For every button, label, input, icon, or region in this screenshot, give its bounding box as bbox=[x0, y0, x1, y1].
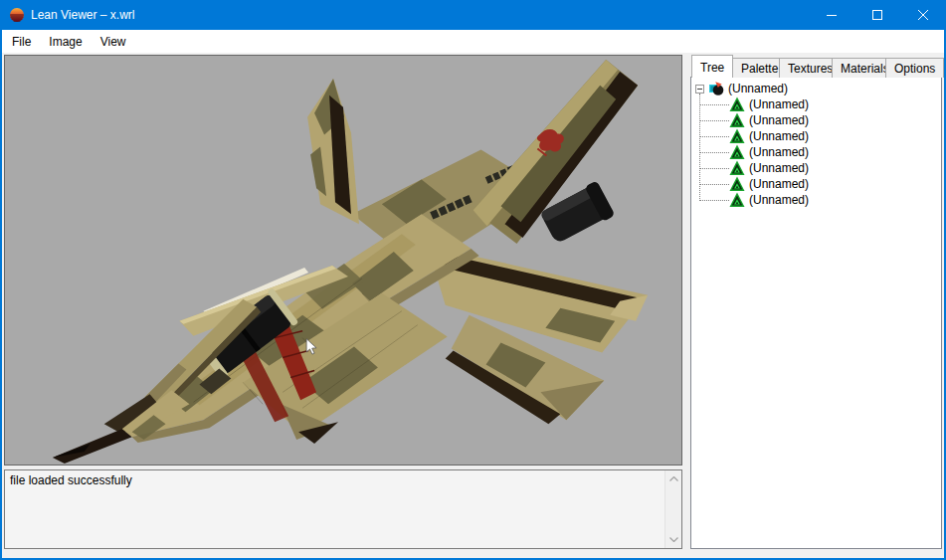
shape-node-icon bbox=[729, 144, 745, 160]
window-title: Lean Viewer – x.wrl bbox=[31, 8, 135, 22]
window-controls bbox=[809, 0, 946, 30]
shape-node-icon bbox=[729, 176, 745, 192]
minimize-icon bbox=[827, 10, 837, 20]
menu-item-view[interactable]: View bbox=[92, 30, 135, 53]
menu-item-image[interactable]: Image bbox=[40, 30, 91, 53]
tree-node-label[interactable]: (Unnamed) bbox=[749, 97, 809, 111]
chevron-down-icon bbox=[669, 537, 678, 542]
shape-node-icon bbox=[729, 96, 745, 112]
group-node-icon bbox=[708, 81, 724, 96]
shape-node-icon bbox=[729, 160, 745, 176]
minimize-button[interactable] bbox=[809, 0, 854, 30]
close-icon bbox=[918, 10, 928, 20]
log-output: file loaded successfully bbox=[4, 469, 682, 549]
tree-child-row: (Unnamed) bbox=[729, 192, 809, 208]
menubar: File Image View bbox=[2, 30, 944, 53]
app-logo-icon bbox=[9, 7, 25, 23]
scroll-up-button[interactable] bbox=[665, 470, 681, 487]
tree-node-label[interactable]: (Unnamed) bbox=[749, 161, 809, 175]
chevron-up-icon bbox=[669, 476, 678, 481]
tab-tree[interactable]: Tree bbox=[691, 55, 733, 78]
tree-node-label[interactable]: (Unnamed) bbox=[749, 177, 809, 191]
tree-node-label[interactable]: (Unnamed) bbox=[728, 82, 788, 95]
tree-node-label[interactable]: (Unnamed) bbox=[749, 113, 809, 127]
maximize-button[interactable] bbox=[854, 0, 900, 30]
tree-root-row: (Unnamed) bbox=[695, 81, 788, 96]
titlebar[interactable]: Lean Viewer – x.wrl bbox=[0, 0, 946, 30]
shape-node-icon bbox=[729, 128, 745, 144]
menu-item-file[interactable]: File bbox=[3, 30, 40, 53]
tree-node-label[interactable]: (Unnamed) bbox=[749, 193, 809, 207]
tree-child-row: (Unnamed) bbox=[729, 176, 809, 192]
jet-model bbox=[5, 56, 681, 465]
tab-options[interactable]: Options bbox=[885, 58, 944, 78]
log-scrollbar[interactable] bbox=[664, 470, 681, 548]
tree-node-label[interactable]: (Unnamed) bbox=[749, 129, 809, 143]
close-button[interactable] bbox=[900, 0, 946, 30]
scene-tree[interactable]: (Unnamed) (Unnamed) (Unnamed) (Unnamed) … bbox=[690, 77, 942, 549]
app-window: Lean Viewer – x.wrl File Image bbox=[0, 0, 946, 560]
tree-child-row: (Unnamed) bbox=[729, 96, 809, 112]
maximize-icon bbox=[872, 10, 882, 20]
shape-node-icon bbox=[729, 112, 745, 128]
log-message: file loaded successfully bbox=[10, 473, 132, 487]
shape-node-icon bbox=[729, 192, 745, 208]
tree-child-row: (Unnamed) bbox=[729, 144, 809, 160]
tree-node-label[interactable]: (Unnamed) bbox=[749, 145, 809, 159]
model-viewport[interactable] bbox=[4, 55, 682, 466]
tree-child-row: (Unnamed) bbox=[729, 160, 809, 176]
collapse-icon[interactable] bbox=[695, 85, 704, 93]
scroll-down-button[interactable] bbox=[665, 531, 681, 548]
tree-child-row: (Unnamed) bbox=[729, 128, 809, 144]
tree-child-row: (Unnamed) bbox=[729, 112, 809, 128]
